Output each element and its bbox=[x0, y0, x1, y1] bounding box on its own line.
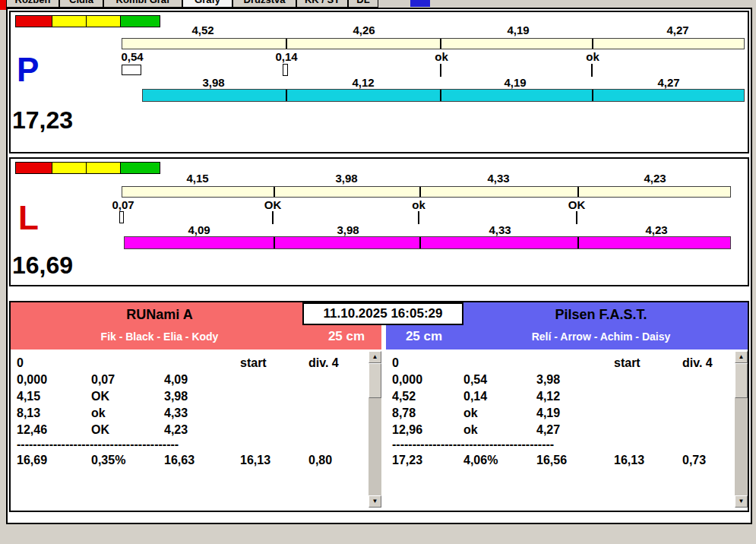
cell: 16,63 bbox=[164, 453, 195, 468]
cell: div. 4 bbox=[308, 356, 339, 371]
cell: 4,52 bbox=[392, 389, 416, 404]
bar-divider bbox=[592, 39, 593, 49]
cell: 4,23 bbox=[164, 422, 188, 438]
change-label: OK bbox=[552, 199, 601, 210]
split-label: 4,19 bbox=[494, 24, 542, 36]
tick-mark bbox=[418, 211, 419, 224]
status-light-strip-p bbox=[15, 15, 160, 27]
split-label: 3,98 bbox=[322, 172, 371, 184]
dog-time-label: 4,27 bbox=[644, 77, 693, 88]
tab-druzstva[interactable]: Družstva bbox=[232, 0, 296, 8]
cell: 0,000 bbox=[17, 372, 47, 387]
scroll-up-button[interactable]: ▲ bbox=[735, 351, 748, 363]
cell: OK bbox=[91, 389, 109, 404]
scrollbar[interactable]: ▲ ▼ bbox=[369, 351, 381, 508]
cell: 0 bbox=[392, 356, 399, 371]
start-loss-box bbox=[122, 65, 141, 75]
table-row: 8,78 ok 4,19 bbox=[386, 406, 734, 421]
change-label: OK bbox=[248, 199, 297, 210]
cell: 8,13 bbox=[17, 406, 40, 421]
change-label: 0,07 bbox=[99, 199, 147, 210]
lane-panel-p: 4,52 4,26 4,19 4,27 0,54 0,14 ok ok 3,98… bbox=[9, 11, 749, 153]
arrow-down-icon: ▼ bbox=[735, 496, 747, 507]
summary-row: 16,69 0,35% 16,63 16,13 0,80 bbox=[11, 453, 368, 468]
scroll-thumb[interactable] bbox=[735, 363, 748, 398]
bar-divider bbox=[286, 90, 287, 101]
team-right-name: Pilsen F.A.S.T. bbox=[456, 307, 746, 322]
split-label: 4,15 bbox=[173, 172, 222, 184]
table-row: 0 start div. 4 bbox=[11, 356, 368, 371]
change-label: 0,54 bbox=[108, 51, 157, 62]
change-label: ok bbox=[417, 51, 466, 62]
cell: ---------------------------------------- bbox=[17, 437, 179, 452]
split-label: 4,23 bbox=[631, 172, 679, 184]
light-red bbox=[15, 162, 52, 174]
cell: 17,23 bbox=[392, 453, 422, 468]
scroll-thumb[interactable] bbox=[369, 363, 381, 398]
summary-row: 17,23 4,06% 16,56 16,13 0,73 bbox=[386, 453, 734, 468]
scroll-down-button[interactable]: ▼ bbox=[369, 495, 381, 508]
bar-divider bbox=[419, 237, 421, 248]
split-label: 4,33 bbox=[474, 172, 523, 184]
team-right-results-table: 0 start div. 4 0,000 0,54 3,98 4,52 0,14… bbox=[386, 351, 748, 508]
table-row: 0,000 0,07 4,09 bbox=[11, 372, 368, 387]
scrollbar[interactable]: ▲ ▼ bbox=[735, 351, 748, 508]
cell: div. 4 bbox=[682, 356, 713, 371]
arrow-up-icon: ▲ bbox=[735, 352, 747, 362]
light-yellow bbox=[86, 15, 121, 27]
team-right-category: 25 cm bbox=[392, 329, 456, 344]
light-yellow bbox=[52, 15, 87, 27]
lane-label-l: L bbox=[18, 201, 39, 235]
scroll-down-button[interactable]: ▼ bbox=[735, 495, 748, 508]
tick-mark bbox=[440, 64, 441, 77]
team-left-name: RUNami A bbox=[11, 307, 308, 322]
cell: ok bbox=[463, 422, 478, 438]
table-row: 4,15 OK 3,98 bbox=[11, 389, 368, 404]
datetime-display: 11.10.2025 16:05:29 bbox=[302, 302, 463, 325]
bar-divider bbox=[440, 39, 441, 49]
tab-cidla[interactable]: Čidla bbox=[59, 0, 103, 8]
tab-kombi-graf[interactable]: Kombi Graf bbox=[103, 0, 182, 8]
lane-panel-l: 4,15 3,98 4,33 4,23 0,07 OK ok OK 4,09 3… bbox=[9, 157, 749, 286]
tab-kk-st[interactable]: KK / ST bbox=[296, 0, 348, 8]
bar-divider bbox=[592, 90, 593, 101]
dog-time-label: 3,98 bbox=[324, 224, 372, 236]
dog-time-label: 4,33 bbox=[476, 224, 524, 236]
lane-total-p: 17,23 bbox=[12, 108, 73, 132]
tab-rozbeh[interactable]: Rozběh bbox=[6, 0, 59, 8]
dog-time-label: 4,19 bbox=[491, 77, 539, 88]
table-row: 12,96 ok 4,27 bbox=[386, 422, 734, 438]
team-right-dogs: Relí - Arrow - Achim - Daisy bbox=[456, 331, 746, 343]
divider-row: ---------------------------------------- bbox=[386, 437, 734, 452]
team-left-dogs: Fik - Black - Elia - Kody bbox=[11, 331, 308, 343]
table-row: 4,52 0,14 4,12 bbox=[386, 389, 734, 404]
table-row: 12,46 OK 4,23 bbox=[11, 422, 368, 438]
cell: 16,13 bbox=[240, 453, 270, 468]
split-label: 4,27 bbox=[653, 24, 702, 36]
tab-dl[interactable]: DL bbox=[348, 0, 378, 8]
arrow-up-icon: ▲ bbox=[369, 352, 381, 362]
tab-bar: Rozběh Čidla Kombi Graf Grafy Družstva K… bbox=[6, 0, 538, 8]
cell: 4,33 bbox=[164, 406, 188, 421]
cell: ---------------------------------------- bbox=[392, 437, 554, 452]
table-row: 0 start div. 4 bbox=[386, 356, 734, 371]
app-window: Rozběh Čidla Kombi Graf Grafy Družstva K… bbox=[0, 0, 756, 544]
cell: 4,06% bbox=[463, 453, 498, 468]
bar-divider bbox=[274, 237, 275, 248]
cell: ok bbox=[91, 406, 106, 421]
tab-grafy[interactable]: Grafy bbox=[182, 0, 232, 8]
status-light-strip-l bbox=[15, 162, 160, 174]
light-yellow bbox=[86, 162, 121, 174]
dog-time-label: 4,23 bbox=[632, 224, 681, 236]
indicator-blue bbox=[410, 0, 430, 7]
table-row: 8,13 ok 4,33 bbox=[11, 406, 368, 421]
cell: 3,98 bbox=[536, 372, 560, 387]
scroll-up-button[interactable]: ▲ bbox=[369, 351, 381, 363]
cell: 16,69 bbox=[17, 453, 47, 468]
results-panel: RUNami A Fik - Black - Elia - Kody 25 cm… bbox=[9, 301, 749, 512]
cell: ok bbox=[463, 406, 478, 421]
sensor-split-bar-l bbox=[122, 186, 731, 198]
bar-divider bbox=[419, 187, 421, 197]
cell: start bbox=[240, 356, 267, 371]
dog-time-label: 4,12 bbox=[339, 77, 387, 88]
